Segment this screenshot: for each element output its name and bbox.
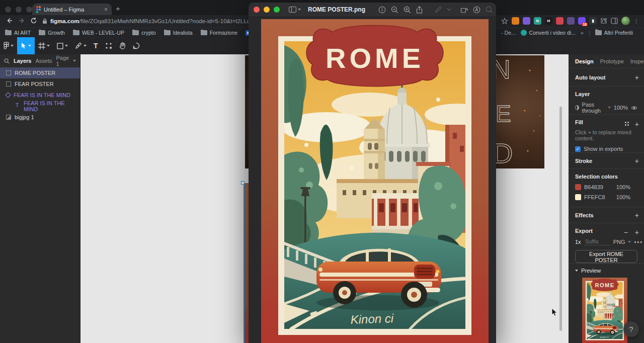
layer-row-fear-poster[interactable]: FEAR POSTER xyxy=(0,78,80,90)
bookmark-cut-label[interactable]: - De... xyxy=(501,30,516,36)
text-tool[interactable]: T xyxy=(90,37,102,54)
bookmark-item[interactable]: Growth xyxy=(39,30,65,36)
browser-menu-icon[interactable]: ⋮ xyxy=(633,20,635,22)
blend-mode-dropdown[interactable]: Pass through xyxy=(582,102,605,114)
share-icon[interactable] xyxy=(416,6,423,14)
extension-icon[interactable]: 18 xyxy=(578,17,586,25)
show-in-exports-checkbox[interactable]: ✓ xyxy=(575,146,581,152)
preview-toggle[interactable]: Preview xyxy=(575,268,644,274)
hand-tool[interactable] xyxy=(116,37,129,54)
extension-icon[interactable] xyxy=(512,17,519,25)
add-fill-button[interactable]: + xyxy=(635,120,639,128)
extension-icon[interactable]: ▮ xyxy=(589,17,597,25)
reload-icon[interactable] xyxy=(30,17,37,24)
selection-handle[interactable] xyxy=(241,181,245,185)
color-swatch[interactable] xyxy=(575,194,581,200)
extension-icon[interactable]: N xyxy=(534,17,541,25)
export-more-icon[interactable]: ••• xyxy=(634,239,643,245)
rotate-icon[interactable] xyxy=(460,6,468,13)
fear-artboard-letters: N E D xyxy=(495,55,544,168)
chevron-down-icon[interactable] xyxy=(447,8,451,11)
text-layer-icon xyxy=(15,104,20,109)
add-auto-layout-button[interactable]: + xyxy=(635,73,639,81)
color-hex[interactable]: B64839 xyxy=(584,184,603,190)
bookmark-item[interactable]: WEB - LEVEL-UP xyxy=(73,30,124,36)
page-selector[interactable]: Page 1 xyxy=(56,55,76,67)
sidepanel-icon[interactable] xyxy=(611,18,618,24)
color-opacity[interactable]: 100% xyxy=(616,194,630,200)
url-bar[interactable]: figma.com/file/ZOqa831eMwhNfNMRz3vGs1/Un… xyxy=(50,18,249,24)
help-button[interactable]: ? xyxy=(623,321,639,337)
bookmark-item[interactable]: Idealista xyxy=(164,30,193,36)
search-icon[interactable] xyxy=(4,58,10,64)
converti-label: Converti i video di... xyxy=(529,30,576,36)
quicklook-titlebar[interactable]: ROME POSTER.png xyxy=(249,3,496,17)
search-icon[interactable] xyxy=(486,6,493,14)
bookmark-item[interactable]: AI ART xyxy=(5,30,31,36)
extension-icon[interactable]: H xyxy=(545,17,552,25)
browser-profile-avatar[interactable] xyxy=(621,17,630,25)
layer-row-fear-component[interactable]: FEAR IS IN THE MIND xyxy=(0,90,80,101)
zoom-out-icon[interactable] xyxy=(391,6,398,14)
annotate-icon[interactable] xyxy=(473,6,480,14)
figma-menu-button[interactable] xyxy=(0,37,17,54)
export-rome-poster-button[interactable]: Export ROME POSTER xyxy=(575,250,637,263)
export-format-dropdown[interactable]: PNG xyxy=(613,239,625,245)
layer-row-fear-text[interactable]: FEAR IS IN THE MIND xyxy=(0,101,80,112)
bookmarks-overflow-icon[interactable]: » xyxy=(581,30,584,36)
browser-traffic-lights[interactable] xyxy=(5,7,32,13)
extension-icon[interactable] xyxy=(523,17,530,25)
extensions-row: NH18▮ ⋮ xyxy=(501,17,635,25)
bookmark-altri-preferiti[interactable]: Altri Preferiti xyxy=(595,30,633,36)
color-opacity[interactable]: 100% xyxy=(616,184,630,190)
comment-tool[interactable] xyxy=(129,37,143,54)
tab-design[interactable]: Design xyxy=(575,58,594,64)
selection-color-row[interactable]: FFEFC8 100% xyxy=(575,194,637,200)
layer-opacity[interactable]: 100% xyxy=(614,105,628,111)
layer-row-rome-poster[interactable]: ROME POSTER xyxy=(0,67,80,78)
move-tool[interactable] xyxy=(17,37,35,54)
add-effect-button[interactable]: + xyxy=(635,211,639,219)
info-icon[interactable] xyxy=(378,6,386,14)
export-scale[interactable]: 1x xyxy=(575,239,581,245)
shape-tool[interactable] xyxy=(53,37,71,54)
extension-icon[interactable] xyxy=(567,17,575,25)
layer-row-bigjpg[interactable]: bigjpg 1 xyxy=(0,112,80,123)
styles-icon[interactable] xyxy=(625,122,629,126)
folder-icon xyxy=(73,30,79,35)
markup-pen-icon[interactable] xyxy=(435,6,442,13)
color-hex[interactable]: FFEFC8 xyxy=(584,194,605,200)
tab-inspect[interactable]: Inspect xyxy=(630,58,644,64)
folder-icon xyxy=(5,30,12,35)
tab-prototype[interactable]: Prototype xyxy=(600,58,624,64)
rome-frame-edge[interactable] xyxy=(244,183,249,343)
bookmark-item[interactable]: crypto xyxy=(132,30,156,36)
tab-assets[interactable]: Assets xyxy=(35,58,52,64)
forward-icon[interactable] xyxy=(18,17,25,24)
remove-export-button[interactable]: − xyxy=(624,228,628,236)
extension-icon[interactable] xyxy=(556,17,564,25)
zoom-in-icon[interactable] xyxy=(404,6,411,14)
selection-color-row[interactable]: B64839 100% xyxy=(575,184,637,190)
visibility-eye-icon[interactable] xyxy=(631,106,637,110)
quicklook-traffic-lights[interactable] xyxy=(254,7,280,13)
bookmark-converti[interactable]: Converti i video di... xyxy=(521,30,576,36)
add-stroke-button[interactable]: + xyxy=(635,157,639,165)
browser-tab[interactable]: Untitled – Figma × xyxy=(32,4,112,15)
bookmark-item[interactable]: Formazione xyxy=(201,30,237,36)
sidebar-toggle-icon[interactable] xyxy=(289,7,301,13)
rome-poster-image[interactable] xyxy=(261,19,489,343)
add-export-button[interactable]: + xyxy=(635,228,639,236)
back-icon[interactable] xyxy=(6,17,13,24)
canvas-scrollbar[interactable] xyxy=(559,107,562,331)
new-tab-button[interactable]: + xyxy=(116,4,120,13)
pen-tool[interactable] xyxy=(71,37,90,54)
bookmark-star-icon[interactable] xyxy=(501,18,508,25)
export-suffix-input[interactable] xyxy=(584,238,610,245)
color-swatch[interactable] xyxy=(575,184,581,190)
puzzle-extensions-icon[interactable] xyxy=(600,18,607,25)
tab-layers[interactable]: Layers xyxy=(14,58,31,64)
tab-close-icon[interactable]: × xyxy=(104,7,108,13)
frame-tool[interactable] xyxy=(35,37,53,54)
resources-tool[interactable] xyxy=(102,37,116,54)
